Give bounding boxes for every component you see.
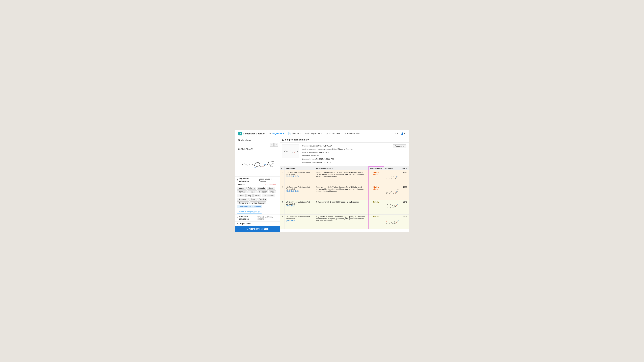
clear-selection-btn[interactable]: Clear selection [264, 184, 278, 186]
svg-line-75 [394, 224, 396, 224]
ref-link-4[interactable]: (Ref1,Ref2) [286, 220, 295, 222]
country-btn-sweden[interactable]: Sweden [258, 198, 267, 201]
left-panel-title: Single check [236, 137, 280, 142]
max-atom-value: 200 [316, 155, 320, 157]
svg-marker-40 [397, 175, 399, 178]
nav-tab-single-check[interactable]: ✎ Single check [267, 130, 286, 137]
regulation-cell-4: US Controlled Substance Act Schedule I (… [284, 215, 315, 229]
country-btn-ireland[interactable]: Ireland [237, 194, 246, 197]
svg-line-3 [251, 164, 254, 165]
summary-molecule: O N [282, 144, 299, 158]
svg-marker-63 [392, 205, 395, 208]
country-btn-austria[interactable]: Austria [237, 187, 246, 190]
svg-text:N: N [386, 174, 387, 175]
svg-line-44 [386, 192, 388, 194]
dea-cell-4: 7023 [400, 215, 408, 229]
regulation-categories-header[interactable]: ▾ Regulation categories United States of… [236, 176, 280, 183]
country-btn-india[interactable]: India [269, 190, 276, 193]
compliance-check-button[interactable]: ⬡ Compliance check [236, 226, 280, 232]
kb-value: 25.01.15.0 [323, 161, 332, 163]
svg-line-70 [398, 203, 398, 205]
regulation-cell-2: US Controlled Substance Act Schedule I (… [284, 185, 315, 200]
country-btn-netherlands[interactable]: Netherlands [262, 194, 275, 197]
svg-line-72 [388, 223, 390, 224]
user-chevron: ▾ [404, 132, 405, 135]
col-dea: DEA # [400, 166, 408, 170]
row-num-1: 1 [280, 170, 284, 185]
country-btn-germany[interactable]: Germany [258, 190, 268, 193]
country-btn-italy[interactable]: Italy [246, 194, 253, 197]
output-fields-header[interactable]: ▸ Output fields [236, 221, 280, 226]
country-btn-belgium[interactable]: Belgium [246, 187, 256, 190]
what-controlled-cell-2: 1-(4-cyanobutyl)-N-(2-phenylpropan-2-yl)… [315, 185, 369, 200]
svg-text:NH: NH [264, 163, 266, 165]
svg-line-18 [284, 151, 286, 152]
svg-text:CN: CN [386, 192, 388, 193]
help-button[interactable]: ? ▾ [394, 132, 399, 135]
country-btn-united-kingdom[interactable]: United Kingdom [250, 201, 266, 204]
svg-line-39 [397, 176, 398, 177]
svg-line-13 [268, 164, 271, 165]
mol-toolbar-btn-1[interactable]: ⊙ [270, 143, 274, 147]
left-panel: Single check ⊙ ✕ [236, 137, 280, 232]
hs-file-check-icon: ⊡ [326, 132, 328, 135]
row-num-4: 4 [280, 215, 284, 229]
col-example: Example [384, 166, 400, 170]
what-controlled-cell-3: N-(1-adamantyl)-1-pentyl-1Hindazole-3-ca… [315, 200, 369, 215]
mol-toolbar-btn-close[interactable]: ✕ [274, 143, 278, 147]
ref-link-1[interactable]: (Ref1,Ref2,Ref3) [286, 175, 299, 177]
nav-tab-administration[interactable]: ⚙ Administration [342, 130, 362, 137]
svg-line-12 [266, 164, 268, 166]
svg-text:N: N [255, 166, 256, 168]
country-btn-spain[interactable]: Spain [249, 198, 257, 201]
col-match-details: Match details [369, 166, 384, 170]
selected-country-display: United States of America [259, 178, 278, 182]
brand-name: Compliance Checker [243, 132, 265, 135]
input-area: ⊙ ✕ [236, 142, 280, 176]
country-btn-france[interactable]: France [248, 190, 257, 193]
svg-line-62 [391, 205, 392, 206]
country-btn-denmark[interactable]: Denmark [237, 190, 248, 193]
output-section: ▸ Output fields [236, 221, 280, 226]
switch-category-groups-btn[interactable]: Switch to category groups [237, 210, 262, 213]
nav-tab-hs-single-check[interactable]: ⊕ HS single check [303, 130, 324, 137]
svg-marker-74 [391, 221, 395, 224]
date-value: Jan 24, 2025 [319, 151, 330, 153]
example-cell-4: O N NH₂ O [384, 215, 400, 229]
match-cell-4: Similar [369, 215, 384, 229]
svg-text:O: O [386, 221, 387, 222]
row-num-2: 2 [280, 185, 284, 200]
logo-icon: S [238, 132, 242, 135]
svg-line-30 [388, 178, 389, 179]
country-btn-china[interactable]: China [267, 187, 275, 190]
mol-name-input[interactable] [237, 147, 278, 151]
example-molecule-4: O N NH₂ O [386, 216, 399, 228]
similarity-categories-header[interactable]: ▸ Similarity categories Similars and hig… [236, 214, 280, 221]
table-row: 3 US Controlled Substance Act Schedule I… [280, 200, 408, 215]
country-btn-singapore[interactable]: Singapore [237, 198, 248, 201]
col-regulation: Regulation [284, 166, 315, 170]
ref-link-3[interactable]: (Ref1,Ref2) [286, 205, 295, 207]
output-chevron: ▸ [237, 223, 238, 225]
ref-link-2[interactable]: (Ref1,Ref2,Ref3) [286, 190, 299, 192]
svg-line-19 [286, 151, 287, 152]
dea-cell-3: 7048 [400, 200, 408, 215]
mol-structure-canvas: N N O NH [237, 152, 278, 175]
country-btn-canada[interactable]: Canada [257, 187, 266, 190]
what-controlled-cell-4: N-(1-amino-3-methyl-1-oxobutan-2-yl)-1-p… [315, 215, 369, 229]
generate-label: Generate [395, 145, 402, 147]
match-badge-1: Highly similar [373, 171, 379, 175]
generate-button[interactable]: Generate ▾ [393, 144, 406, 148]
svg-text:O: O [395, 192, 396, 193]
nav-tab-hs-file-check[interactable]: ⊡ HS file check [324, 130, 342, 137]
nav-tab-file-check[interactable]: 📄 File check [286, 130, 303, 137]
regulation-cell-1: US Controlled Substance Act Schedule I (… [284, 170, 315, 185]
app-frame: S Compliance Checker ✎ Single check 📄 Fi… [235, 130, 409, 232]
country-btn-japan[interactable]: Japan [253, 194, 262, 197]
example-molecule-3: O N [386, 201, 399, 213]
compliance-btn-icon: ⬡ [246, 228, 248, 230]
country-btn-united-states-of-america[interactable]: United States of America [237, 205, 262, 208]
country-btn-switzerland[interactable]: Switzerland [237, 201, 250, 204]
svg-marker-59 [387, 204, 391, 208]
user-button[interactable]: 👤 ▾ [400, 132, 406, 135]
